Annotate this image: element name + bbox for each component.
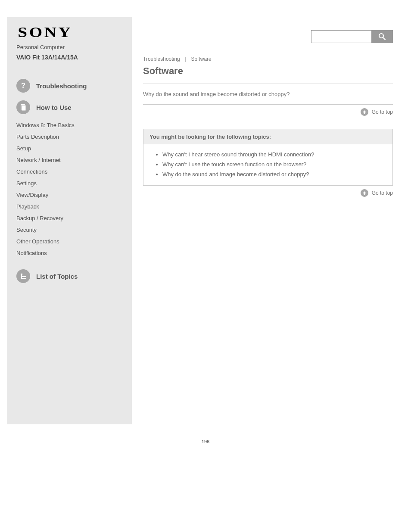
svg-rect-3 xyxy=(21,274,22,275)
sidebar: SONY Personal Computer VAIO Fit 13A/14A/… xyxy=(7,17,132,424)
section-troubleshooting[interactable]: ? Troubleshooting xyxy=(7,76,132,95)
svg-rect-7 xyxy=(21,276,23,277)
search-button[interactable] xyxy=(371,30,393,43)
tree-icon xyxy=(16,269,30,283)
section-how-to-use[interactable]: How to Use xyxy=(7,98,132,117)
breadcrumb-left[interactable]: Troubleshooting xyxy=(143,56,180,62)
nav-item-windows8[interactable]: Windows 8: The Basics xyxy=(7,119,132,131)
related-heading: You might be looking for the following t… xyxy=(143,129,392,144)
go-to-top-label: Go to top xyxy=(372,190,393,196)
search-input[interactable] xyxy=(311,30,371,43)
nav-item-view[interactable]: View/Display xyxy=(7,189,132,201)
product-name: Personal Computer xyxy=(7,43,132,54)
svg-text:?: ? xyxy=(21,82,25,89)
go-to-top-label: Go to top xyxy=(372,109,393,115)
svg-line-10 xyxy=(383,37,385,40)
section-title: Troubleshooting xyxy=(36,82,87,90)
svg-rect-8 xyxy=(21,278,23,279)
brand-logo: SONY xyxy=(7,24,151,43)
nav-item-settings[interactable]: Settings xyxy=(7,177,132,189)
svg-rect-5 xyxy=(22,278,26,279)
main-content: Troubleshooting | Software Software Why … xyxy=(132,17,404,424)
breadcrumb: Troubleshooting | Software xyxy=(143,56,393,62)
related-topics: You might be looking for the following t… xyxy=(143,129,393,186)
question-icon: ? xyxy=(16,79,30,93)
page-number: 198 xyxy=(0,424,411,452)
related-item[interactable]: Why can't I hear stereo sound through th… xyxy=(162,149,380,159)
nav-item-setup[interactable]: Setup xyxy=(7,143,132,154)
nav-item-other[interactable]: Other Operations xyxy=(7,236,132,247)
related-item[interactable]: Why do the sound and image become distor… xyxy=(162,169,380,179)
related-body: Why can't I hear stereo sound through th… xyxy=(143,144,392,185)
search-box xyxy=(311,30,393,43)
breadcrumb-sep: | xyxy=(185,56,186,62)
nav-list-howto: Windows 8: The Basics Parts Description … xyxy=(7,119,132,259)
svg-rect-4 xyxy=(22,276,26,277)
nav-item-notifications[interactable]: Notifications xyxy=(7,247,132,259)
section-list-of-topics[interactable]: List of Topics xyxy=(7,267,132,286)
nav-item-backup[interactable]: Backup / Recovery xyxy=(7,212,132,224)
nav-item-connections[interactable]: Connections xyxy=(7,166,132,177)
nav-item-network[interactable]: Network / Internet xyxy=(7,154,132,166)
arrow-up-icon xyxy=(361,189,368,197)
go-to-top[interactable]: Go to top xyxy=(143,105,393,116)
related-item[interactable]: Why can't I use the touch screen functio… xyxy=(162,159,380,169)
arrow-up-icon xyxy=(361,108,368,116)
go-to-top[interactable]: Go to top xyxy=(143,186,393,197)
nav-item-parts[interactable]: Parts Description xyxy=(7,131,132,143)
topbar xyxy=(143,17,393,56)
topic-link-row[interactable]: Why do the sound and image become distor… xyxy=(143,84,393,104)
section-title: List of Topics xyxy=(36,273,78,280)
book-icon xyxy=(16,100,30,114)
page-title: Software xyxy=(143,65,393,77)
topic-link-text: Why do the sound and image become distor… xyxy=(143,91,290,97)
breadcrumb-right[interactable]: Software xyxy=(191,56,211,62)
product-model: VAIO Fit 13A/14A/15A xyxy=(7,54,132,76)
nav-item-security[interactable]: Security xyxy=(7,224,132,236)
svg-rect-2 xyxy=(22,105,26,111)
search-icon xyxy=(378,32,386,41)
nav-item-playback[interactable]: Playback xyxy=(7,201,132,212)
section-title: How to Use xyxy=(36,104,72,111)
